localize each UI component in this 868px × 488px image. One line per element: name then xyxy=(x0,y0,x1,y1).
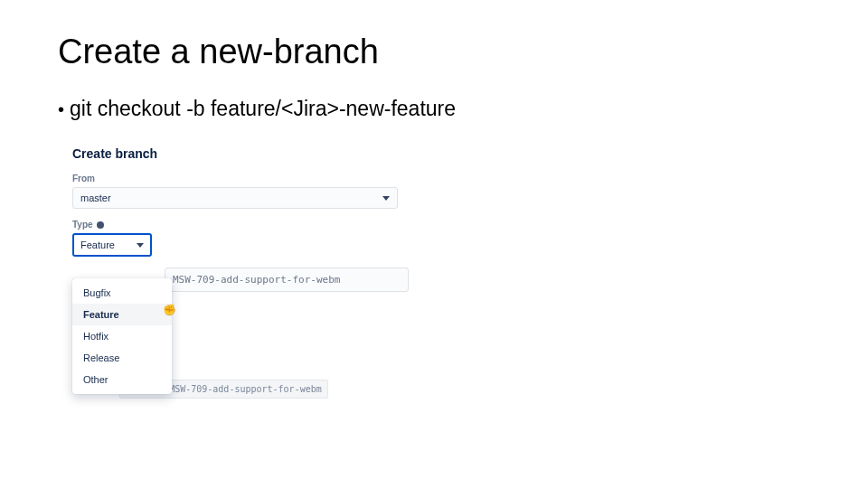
type-option-hotfix[interactable]: Hotfix xyxy=(72,325,172,347)
type-label: Type xyxy=(72,220,479,230)
type-label-text: Type xyxy=(72,220,93,230)
branch-name-input[interactable]: MSW-709-add-support-for-webm xyxy=(165,267,409,292)
type-option-feature[interactable]: Feature xyxy=(72,304,172,325)
bullet-item: • git checkout -b feature/<Jira>-new-fea… xyxy=(58,97,810,121)
from-select[interactable]: master xyxy=(72,187,398,209)
chevron-down-icon xyxy=(382,196,390,201)
type-dropdown: Bugfix Feature Hotfix Release Other xyxy=(72,278,172,394)
slide-title: Create a new-branch xyxy=(58,33,810,71)
bullet-text: git checkout -b feature/<Jira>-new-featu… xyxy=(70,97,456,121)
info-icon xyxy=(97,221,104,229)
type-option-release[interactable]: Release xyxy=(72,347,172,369)
from-select-value: master xyxy=(80,192,111,203)
type-select-value: Feature xyxy=(80,239,115,250)
panel-heading: Create branch xyxy=(72,146,479,161)
chevron-down-icon xyxy=(137,243,144,248)
type-select[interactable]: Feature xyxy=(72,233,152,257)
type-option-bugfix[interactable]: Bugfix xyxy=(72,282,172,304)
type-option-other[interactable]: Other xyxy=(72,369,172,390)
create-branch-panel: Create branch From master Type Feature M… xyxy=(72,146,479,399)
bullet-dot-icon: • xyxy=(58,100,64,118)
from-label: From xyxy=(72,174,479,183)
